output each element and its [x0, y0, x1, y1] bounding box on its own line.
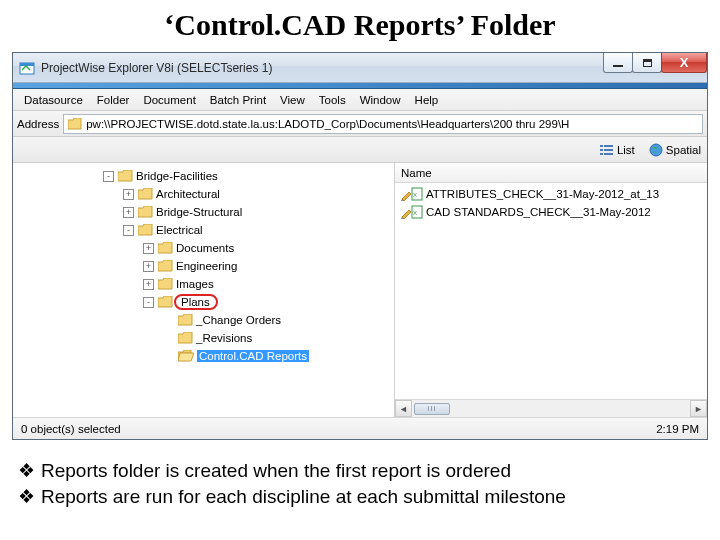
svg-text:X: X — [413, 210, 417, 216]
bullet-icon: ❖ — [18, 458, 35, 484]
maximize-button[interactable] — [632, 53, 662, 73]
expander-icon[interactable]: - — [123, 225, 134, 236]
expander-icon[interactable]: + — [143, 279, 154, 290]
tree-item-architectural[interactable]: Architectural — [156, 188, 220, 200]
app-icon — [19, 60, 35, 76]
window-title: ProjectWise Explorer V8i (SELECTseries 1… — [41, 61, 604, 75]
folder-icon — [138, 188, 153, 200]
tree-item-bridge-structural[interactable]: Bridge-Structural — [156, 206, 242, 218]
address-label: Address — [17, 118, 59, 130]
svg-rect-7 — [604, 153, 613, 155]
folder-icon — [158, 242, 173, 254]
tree-item-plans[interactable]: Plans — [181, 296, 210, 308]
menu-folder[interactable]: Folder — [90, 92, 137, 108]
tree-item-images[interactable]: Images — [176, 278, 214, 290]
file-list-pane: Name X ATTRIBUTES_CHECK__31-May-2012_at_… — [395, 163, 707, 417]
status-time: 2:19 PM — [656, 423, 699, 435]
tree-item-controlcad-reports[interactable]: Control.CAD Reports — [197, 350, 309, 362]
folder-open-icon — [178, 350, 194, 362]
bullet-text: Reports are run for each discipline at e… — [41, 484, 566, 510]
folder-icon — [118, 170, 133, 182]
folder-icon — [178, 314, 193, 326]
folder-icon — [138, 206, 153, 218]
tree-leaf-icon — [163, 333, 174, 344]
expander-icon[interactable]: - — [143, 297, 154, 308]
spatial-view-label: Spatial — [666, 144, 701, 156]
file-icon: X — [401, 205, 423, 219]
tree-item-revisions[interactable]: _Revisions — [196, 332, 252, 344]
svg-rect-1 — [20, 63, 34, 66]
folder-icon — [178, 332, 193, 344]
menubar: Datasource Folder Document Batch Print V… — [13, 89, 707, 111]
view-toolbar: List Spatial — [13, 137, 707, 163]
address-bar: Address pw:\\PROJECTWISE.dotd.state.la.u… — [13, 111, 707, 137]
expander-icon[interactable]: + — [143, 243, 154, 254]
folder-tree[interactable]: -Bridge-Facilities +Architectural +Bridg… — [13, 163, 395, 417]
menu-datasource[interactable]: Datasource — [17, 92, 90, 108]
file-list[interactable]: X ATTRIBUTES_CHECK__31-May-2012_at_13 X … — [395, 183, 707, 399]
tree-item-bridge-facilities[interactable]: Bridge-Facilities — [136, 170, 218, 182]
folder-icon — [138, 224, 153, 236]
spatial-view-button[interactable]: Spatial — [649, 143, 701, 157]
address-input[interactable]: pw:\\PROJECTWISE.dotd.state.la.us:LADOTD… — [63, 114, 703, 134]
slide-title: ‘Control.CAD Reports’ Folder — [12, 0, 708, 52]
menu-tools[interactable]: Tools — [312, 92, 353, 108]
list-icon — [600, 144, 614, 156]
scroll-left-button[interactable]: ◄ — [395, 400, 412, 417]
close-button[interactable]: X — [661, 53, 707, 73]
folder-icon — [158, 278, 173, 290]
file-name: CAD STANDARDS_CHECK__31-May-2012 — [426, 206, 651, 218]
svg-rect-3 — [604, 145, 613, 147]
status-text: 0 object(s) selected — [21, 423, 121, 435]
annotation-circle: Plans — [174, 294, 218, 310]
tree-item-documents[interactable]: Documents — [176, 242, 234, 254]
menu-help[interactable]: Help — [408, 92, 446, 108]
svg-text:X: X — [413, 192, 417, 198]
svg-rect-4 — [600, 149, 603, 151]
bullet-icon: ❖ — [18, 484, 35, 510]
menu-batch-print[interactable]: Batch Print — [203, 92, 273, 108]
scroll-right-button[interactable]: ► — [690, 400, 707, 417]
minimize-button[interactable] — [603, 53, 633, 73]
list-item[interactable]: X CAD STANDARDS_CHECK__31-May-2012 — [395, 203, 707, 221]
tree-leaf-icon — [163, 315, 174, 326]
expander-icon[interactable]: + — [123, 207, 134, 218]
svg-rect-2 — [600, 145, 603, 147]
expander-icon[interactable]: + — [143, 261, 154, 272]
svg-point-8 — [650, 144, 662, 156]
tree-item-electrical[interactable]: Electrical — [156, 224, 203, 236]
bullet-text: Reports folder is created when the first… — [41, 458, 511, 484]
slide-bullets: ❖Reports folder is created when the firs… — [12, 440, 708, 509]
folder-icon — [158, 296, 173, 308]
list-view-button[interactable]: List — [600, 144, 635, 156]
folder-icon — [68, 118, 82, 130]
svg-rect-6 — [600, 153, 603, 155]
scroll-thumb[interactable]: III — [414, 403, 450, 415]
menu-document[interactable]: Document — [136, 92, 202, 108]
file-icon: X — [401, 187, 423, 201]
expander-icon[interactable]: + — [123, 189, 134, 200]
status-bar: 0 object(s) selected 2:19 PM — [13, 417, 707, 439]
tree-item-change-orders[interactable]: _Change Orders — [196, 314, 281, 326]
list-view-label: List — [617, 144, 635, 156]
file-name: ATTRIBUTES_CHECK__31-May-2012_at_13 — [426, 188, 659, 200]
column-header-name[interactable]: Name — [395, 163, 707, 183]
tree-leaf-icon — [163, 351, 174, 362]
globe-icon — [649, 143, 663, 157]
titlebar: ProjectWise Explorer V8i (SELECTseries 1… — [13, 53, 707, 83]
menu-window[interactable]: Window — [353, 92, 408, 108]
menu-view[interactable]: View — [273, 92, 312, 108]
list-item[interactable]: X ATTRIBUTES_CHECK__31-May-2012_at_13 — [395, 185, 707, 203]
folder-icon — [158, 260, 173, 272]
address-text: pw:\\PROJECTWISE.dotd.state.la.us:LADOTD… — [86, 118, 569, 130]
app-window: ProjectWise Explorer V8i (SELECTseries 1… — [12, 52, 708, 440]
svg-rect-5 — [604, 149, 613, 151]
tree-item-engineering[interactable]: Engineering — [176, 260, 237, 272]
expander-icon[interactable]: - — [103, 171, 114, 182]
horizontal-scrollbar[interactable]: ◄ III ► — [395, 399, 707, 417]
